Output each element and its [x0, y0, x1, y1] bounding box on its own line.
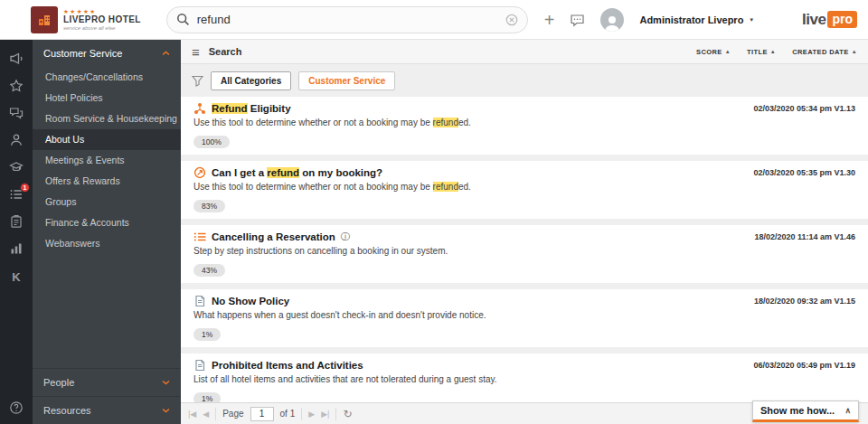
- add-icon[interactable]: +: [544, 11, 555, 29]
- sidebar-item-room-service[interactable]: Room Service & Housekeeping: [33, 108, 181, 129]
- sort-label: TITLE: [747, 48, 768, 56]
- result-title: Cancelling a Reservation: [212, 231, 335, 242]
- hotel-name: LIVEPRO HOTEL: [63, 14, 141, 25]
- previous-page-button[interactable]: ◀: [203, 410, 209, 419]
- sort-label: SCORE: [696, 48, 722, 56]
- result-date-version: 02/03/2020 05:35 pm V1.30: [753, 168, 855, 177]
- sidebar-item-about-us[interactable]: About Us: [33, 129, 181, 150]
- divider: [215, 408, 216, 420]
- decision-tree-icon: [193, 102, 206, 115]
- tasks-clipboard-icon[interactable]: [9, 214, 24, 229]
- refresh-icon[interactable]: ↻: [343, 408, 352, 420]
- sidebar-item-changes-cancellations[interactable]: Changes/Cancellations: [33, 67, 181, 88]
- filter-tab-customer-service[interactable]: Customer Service: [298, 71, 395, 90]
- feedback-chat-icon[interactable]: [570, 13, 585, 27]
- conversations-icon[interactable]: [9, 106, 24, 120]
- sort-by-score[interactable]: SCORE ▲: [696, 48, 731, 56]
- chevron-down-icon: ▼: [749, 17, 754, 23]
- help-icon[interactable]: [9, 400, 24, 415]
- activity-feed-icon[interactable]: 1: [9, 187, 24, 202]
- result-description: Use this tool to determine whether or no…: [193, 182, 855, 192]
- top-bar: ★★★★★ LIVEPRO HOTEL service above all el…: [0, 0, 868, 40]
- sidebar-item-hotel-policies[interactable]: Hotel Policies: [33, 88, 181, 108]
- show-me-how-label: Show me how...: [760, 405, 835, 416]
- sidebar-item-webanswers[interactable]: Webanswers: [33, 233, 181, 254]
- hotel-stars: ★★★★★: [63, 8, 141, 14]
- show-me-how-widget[interactable]: Show me how... ∧: [752, 400, 859, 422]
- filter-row: All Categories Customer Service: [181, 64, 868, 97]
- relevance-score-badge: 1%: [193, 328, 221, 341]
- result-title: Refund Eligibity: [212, 103, 291, 114]
- result-description: Use this tool to determine whether or no…: [193, 118, 855, 127]
- livepro-brand-logo: live pro: [802, 11, 857, 29]
- chevron-down-icon: [162, 380, 170, 385]
- knowledge-k-icon[interactable]: K: [9, 269, 24, 283]
- contacts-icon[interactable]: [9, 133, 24, 147]
- search-result-item[interactable]: Prohibited Items and Activities 06/03/20…: [181, 353, 868, 402]
- info-icon[interactable]: ⓘ: [341, 231, 350, 243]
- result-title: Can I get a refund on my booking?: [212, 167, 382, 178]
- search-result-item[interactable]: No Show Policy 18/02/2020 09:32 am V1.15…: [181, 289, 868, 347]
- menu-icon[interactable]: ≡: [192, 45, 200, 59]
- sidebar-item-meetings-events[interactable]: Meetings & Events: [33, 150, 181, 171]
- result-description: List of all hotel items and activities t…: [193, 374, 855, 384]
- page-label: Page: [222, 409, 243, 419]
- relevance-score-badge: 100%: [193, 136, 230, 148]
- reports-chart-icon[interactable]: [9, 241, 24, 256]
- page-number-input[interactable]: [250, 407, 274, 421]
- notification-badge: 1: [20, 183, 30, 193]
- hotel-tagline: service above all else: [63, 25, 141, 32]
- result-title: Prohibited Items and Activities: [212, 360, 363, 371]
- search-highlight: refund: [267, 167, 299, 178]
- sidebar-section-people[interactable]: People: [33, 368, 181, 396]
- sidebar-section-customer-service[interactable]: Customer Service: [33, 40, 181, 67]
- filter-tab-all-categories[interactable]: All Categories: [211, 71, 291, 90]
- sidebar-item-offers-rewards[interactable]: Offers & Rewards: [33, 171, 181, 192]
- chevron-down-icon: [162, 408, 170, 413]
- sidebar-item-finance-accounts[interactable]: Finance & Accounts: [33, 212, 181, 233]
- relevance-score-badge: 83%: [193, 200, 225, 212]
- sidebar-section-resources[interactable]: Resources: [33, 396, 181, 424]
- sort-asc-icon: ▲: [770, 49, 776, 54]
- search-result-item[interactable]: Refund Eligibity 02/03/2020 05:34 pm V1.…: [181, 97, 868, 155]
- first-page-button[interactable]: |◀: [188, 410, 196, 419]
- sort-by-title[interactable]: TITLE ▲: [747, 48, 776, 56]
- sidebar-item-groups[interactable]: Groups: [33, 192, 181, 212]
- sort-by-created-date[interactable]: CREATED DATE ▲: [792, 48, 857, 56]
- training-cap-icon[interactable]: [9, 160, 24, 174]
- sort-asc-icon: ▲: [725, 49, 731, 54]
- search-box[interactable]: [166, 6, 528, 33]
- hotel-logo-icon: [31, 6, 58, 33]
- search-input[interactable]: [197, 13, 498, 26]
- document-icon: [193, 295, 206, 307]
- result-title: No Show Policy: [212, 296, 289, 306]
- announcements-icon[interactable]: [9, 52, 24, 66]
- results-toolbar: ≡ Search SCORE ▲ TITLE ▲ CREATED DATE ▲: [181, 40, 868, 64]
- favorites-star-icon[interactable]: [9, 79, 24, 93]
- clear-search-icon[interactable]: [505, 14, 518, 26]
- checklist-icon: [193, 231, 206, 243]
- collapse-chevron-icon[interactable]: ∧: [844, 406, 851, 415]
- search-result-item[interactable]: Cancelling a Reservation ⓘ 18/02/2020 11…: [181, 225, 868, 283]
- page-title: Search: [209, 46, 242, 57]
- user-avatar[interactable]: [600, 8, 624, 32]
- result-description: Step by step instructions on cancelling …: [193, 246, 855, 256]
- search-results-panel: ≡ Search SCORE ▲ TITLE ▲ CREATED DATE ▲ …: [181, 40, 868, 424]
- last-page-button[interactable]: ▶|: [321, 410, 329, 419]
- search-highlight: refund: [433, 118, 458, 127]
- sort-asc-icon: ▲: [852, 49, 857, 54]
- search-result-item[interactable]: Can I get a refund on my booking? 02/03/…: [181, 161, 868, 219]
- user-menu[interactable]: Administrator Livepro ▼: [639, 14, 754, 25]
- result-date-version: 18/02/2020 09:32 am V1.15: [754, 297, 855, 306]
- brand-live-text: live: [802, 11, 826, 29]
- chevron-up-icon: [162, 51, 170, 56]
- category-sidebar: Customer Service Changes/Cancellations H…: [33, 40, 181, 424]
- search-icon: [176, 13, 190, 26]
- search-highlight: Refund: [212, 103, 248, 114]
- next-page-button[interactable]: ▶: [308, 410, 315, 419]
- relevance-score-badge: 1%: [193, 392, 221, 402]
- result-date-version: 06/03/2020 05:49 pm V1.19: [753, 361, 855, 370]
- filter-funnel-icon[interactable]: [192, 75, 203, 87]
- page-count-label: of 1: [280, 409, 296, 419]
- section-label: Customer Service: [43, 48, 122, 59]
